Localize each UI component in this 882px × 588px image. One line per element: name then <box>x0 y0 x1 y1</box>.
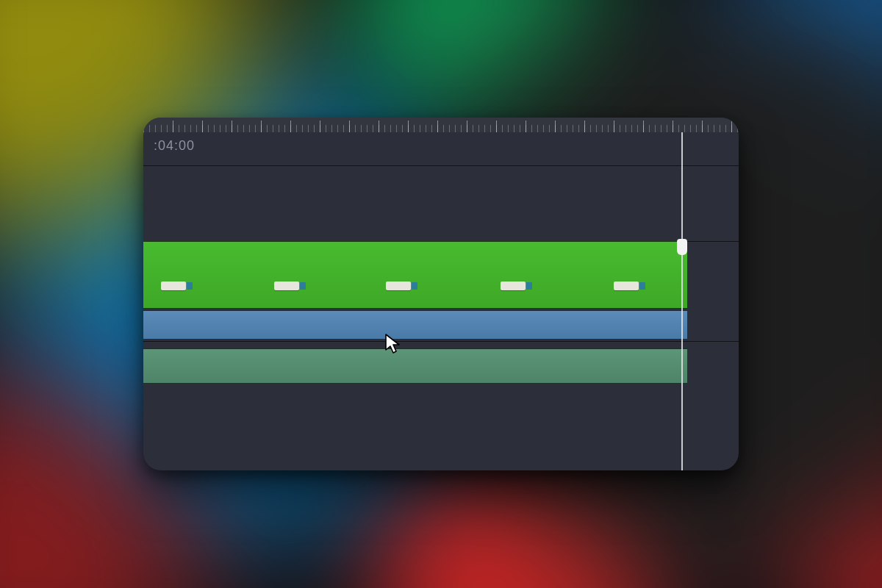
clip-marker[interactable] <box>386 282 411 290</box>
timeline-ruler[interactable] <box>143 118 739 132</box>
audio-clip-1[interactable] <box>143 310 687 340</box>
playhead-knob[interactable] <box>677 239 687 255</box>
clip-marker[interactable] <box>614 282 639 290</box>
audio-clip-2[interactable] <box>143 348 687 384</box>
playhead[interactable] <box>681 132 683 470</box>
timecode-label: :04:00 <box>154 138 195 154</box>
clip-marker[interactable] <box>274 282 299 290</box>
clip-marker[interactable] <box>161 282 186 290</box>
track-separator <box>143 341 739 342</box>
track-separator <box>143 165 739 166</box>
video-clip[interactable] <box>143 241 687 309</box>
clip-marker[interactable] <box>501 282 526 290</box>
timeline-window: :04:00 <box>143 118 739 470</box>
